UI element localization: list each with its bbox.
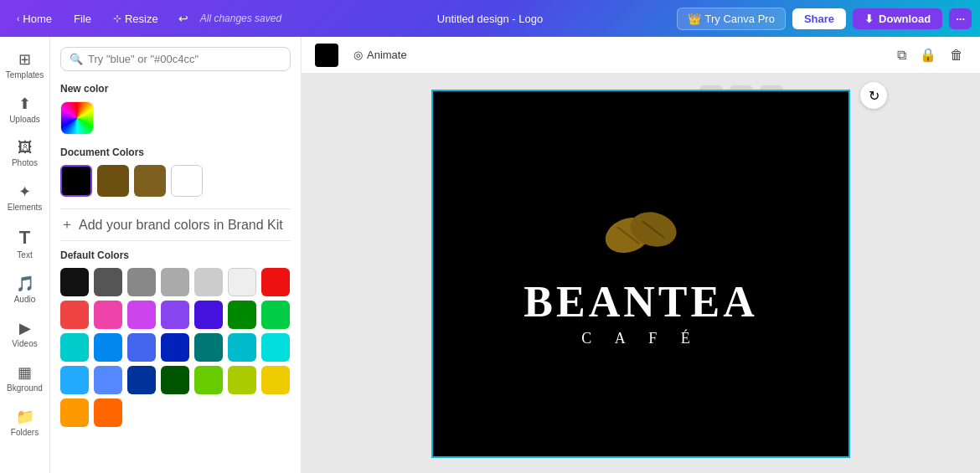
sidebar-item-photos[interactable]: 🖼 Photos bbox=[3, 132, 47, 174]
delete-button[interactable]: 🗑 bbox=[946, 44, 967, 66]
default-color[interactable] bbox=[161, 366, 189, 394]
logo-main-text: BEANTEA bbox=[524, 277, 757, 326]
default-color[interactable] bbox=[127, 301, 156, 329]
photos-icon: 🖼 bbox=[18, 139, 33, 157]
default-color[interactable] bbox=[194, 333, 223, 362]
default-color[interactable] bbox=[228, 366, 256, 394]
default-color[interactable] bbox=[194, 366, 223, 394]
refresh-button[interactable]: ↻ bbox=[860, 82, 887, 109]
plus-icon: ＋ bbox=[60, 216, 74, 234]
default-color[interactable] bbox=[228, 333, 256, 362]
sidebar-item-label: Bkground bbox=[7, 383, 43, 393]
default-color[interactable] bbox=[94, 398, 122, 427]
logo-content: BEANTEA C A F É bbox=[433, 91, 848, 456]
default-color[interactable] bbox=[60, 301, 89, 329]
sidebar-item-audio[interactable]: 🎵 Audio bbox=[3, 268, 47, 311]
default-color[interactable] bbox=[261, 366, 290, 394]
sidebar-item-text[interactable]: T Text bbox=[3, 220, 47, 266]
animate-button[interactable]: ◎ Animate bbox=[345, 45, 415, 64]
default-color[interactable] bbox=[161, 333, 189, 362]
folders-icon: 📁 bbox=[16, 408, 34, 426]
elements-icon: ✦ bbox=[18, 183, 31, 201]
coffee-bean-icon bbox=[591, 200, 691, 267]
color-panel: 🔍 New color Document Colors ＋ Add your b… bbox=[50, 37, 302, 473]
lock-button[interactable]: 🔒 bbox=[916, 44, 940, 66]
background-icon: ▦ bbox=[18, 363, 32, 382]
new-color-label: New color bbox=[60, 83, 291, 95]
default-colors-grid bbox=[60, 268, 291, 427]
sidebar-item-label: Videos bbox=[12, 339, 37, 348]
home-button[interactable]: ‹ Home bbox=[8, 9, 60, 28]
new-color-button[interactable] bbox=[60, 101, 94, 135]
default-color[interactable] bbox=[127, 268, 156, 296]
download-button[interactable]: ⬇ Download bbox=[853, 8, 942, 29]
canvas-right-tools: ⧉ 🔒 🗑 bbox=[894, 44, 967, 66]
default-color[interactable] bbox=[94, 301, 122, 329]
default-color[interactable] bbox=[60, 366, 89, 394]
animate-label: Animate bbox=[367, 49, 407, 61]
share-button[interactable]: Share bbox=[792, 8, 846, 29]
default-color[interactable] bbox=[94, 366, 122, 394]
doc-color-white[interactable] bbox=[171, 165, 203, 197]
default-colors-label: Default Colors bbox=[60, 249, 291, 261]
main-layout: ⊞ Templates ⬆ Uploads 🖼 Photos ✦ Element… bbox=[0, 37, 980, 473]
sidebar-item-folders[interactable]: 📁 Folders bbox=[3, 401, 47, 444]
sidebar-item-uploads[interactable]: ⬆ Uploads bbox=[3, 88, 47, 131]
try-canva-button[interactable]: 👑 Try Canva Pro bbox=[677, 8, 786, 30]
document-title: Untitled design - Logo bbox=[437, 13, 543, 25]
more-options-button[interactable]: ··· bbox=[949, 8, 972, 29]
chevron-left-icon: ‹ bbox=[17, 14, 19, 23]
default-color[interactable] bbox=[161, 301, 189, 329]
sidebar-item-label: Templates bbox=[6, 70, 44, 80]
doc-color-brown2[interactable] bbox=[134, 165, 166, 197]
default-color[interactable] bbox=[60, 398, 89, 427]
default-color[interactable] bbox=[60, 333, 89, 362]
default-color[interactable] bbox=[60, 268, 89, 296]
default-color[interactable] bbox=[127, 333, 156, 362]
sidebar-item-background[interactable]: ▦ Bkground bbox=[3, 357, 47, 399]
audio-icon: 🎵 bbox=[16, 275, 34, 293]
resize-button[interactable]: ⊹ Resize bbox=[105, 9, 167, 28]
file-button[interactable]: File bbox=[65, 9, 100, 28]
sidebar-item-elements[interactable]: ✦ Elements bbox=[3, 176, 47, 219]
sidebar-item-label: Text bbox=[17, 250, 32, 260]
default-color[interactable] bbox=[261, 301, 290, 329]
download-icon: ⬇ bbox=[864, 13, 874, 25]
animate-icon: ◎ bbox=[353, 49, 363, 61]
document-colors bbox=[60, 165, 291, 197]
color-search-input[interactable] bbox=[88, 53, 281, 65]
sidebar-item-label: Uploads bbox=[9, 115, 40, 124]
sidebar-item-videos[interactable]: ▶ Videos bbox=[3, 312, 47, 355]
default-color[interactable] bbox=[228, 268, 256, 296]
undo-button[interactable]: ↩ bbox=[172, 8, 195, 28]
sidebar-item-label: Photos bbox=[12, 158, 38, 167]
default-color[interactable] bbox=[261, 268, 290, 296]
default-color[interactable] bbox=[94, 333, 122, 362]
default-color[interactable] bbox=[261, 333, 290, 362]
default-color[interactable] bbox=[127, 366, 156, 394]
text-icon: T bbox=[19, 227, 30, 249]
color-search-bar[interactable]: 🔍 bbox=[60, 47, 291, 71]
canvas-area: ◎ Animate ⧉ 🔒 🗑 ⧉ ⊕ ⊞ bbox=[302, 37, 980, 473]
canvas-color-picker[interactable] bbox=[315, 44, 338, 67]
canvas-toolbar: ◎ Animate ⧉ 🔒 🗑 bbox=[302, 37, 980, 74]
copy-style-button[interactable]: ⧉ bbox=[894, 44, 910, 66]
uploads-icon: ⬆ bbox=[18, 95, 31, 113]
doc-color-brown1[interactable] bbox=[97, 165, 129, 197]
videos-icon: ▶ bbox=[19, 319, 31, 337]
default-color[interactable] bbox=[194, 268, 223, 296]
default-color[interactable] bbox=[94, 268, 122, 296]
default-color[interactable] bbox=[194, 301, 223, 329]
logo-sub-text: C A F É bbox=[581, 330, 700, 347]
default-color[interactable] bbox=[228, 301, 256, 329]
top-nav: ‹ Home File ⊹ Resize ↩ All changes saved… bbox=[0, 0, 980, 37]
nav-right-actions: 👑 Try Canva Pro Share ⬇ Download ··· bbox=[677, 8, 972, 30]
sidebar-item-label: Folders bbox=[11, 428, 39, 437]
doc-color-black[interactable] bbox=[60, 165, 92, 197]
sidebar-item-templates[interactable]: ⊞ Templates bbox=[3, 44, 47, 86]
left-sidebar: ⊞ Templates ⬆ Uploads 🖼 Photos ✦ Element… bbox=[0, 37, 50, 473]
add-brand-button[interactable]: ＋ Add your brand colors in Brand Kit bbox=[60, 208, 291, 241]
add-brand-label: Add your brand colors in Brand Kit bbox=[79, 218, 283, 233]
default-color[interactable] bbox=[161, 268, 189, 296]
canvas-frame[interactable]: BEANTEA C A F É bbox=[431, 90, 850, 458]
